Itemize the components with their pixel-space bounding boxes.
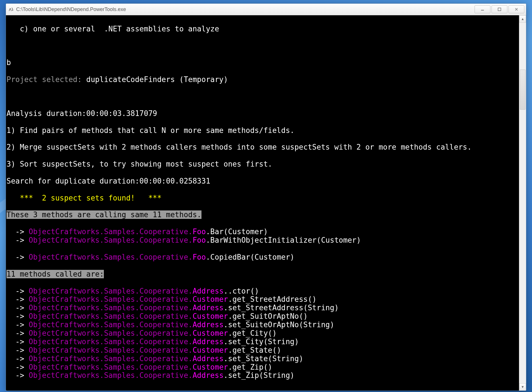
console-window: C:\Tools\Lib\NDepend\NDepend.PowerTools.… (6, 3, 526, 391)
type-name: Customer (192, 295, 228, 303)
close-button[interactable] (509, 5, 524, 13)
type-name: Address (192, 354, 224, 363)
member-name: .get_City() (228, 329, 277, 337)
type-name: Address (192, 303, 224, 312)
namespace: ObjectCraftworks.Samples.Cooperative. (29, 227, 192, 236)
namespace: ObjectCraftworks.Samples.Cooperative. (29, 337, 192, 346)
method-line: -> ObjectCraftworks.Samples.Cooperative.… (7, 228, 518, 236)
method-line: -> ObjectCraftworks.Samples.Cooperative.… (7, 371, 518, 380)
type-name: Customer (192, 312, 228, 320)
method-line: -> ObjectCraftworks.Samples.Cooperative.… (7, 287, 518, 296)
app-icon (8, 7, 14, 12)
method-line: -> ObjectCraftworks.Samples.Cooperative.… (7, 253, 518, 262)
step-3: 3) Sort suspectSets, to try showing most… (7, 160, 518, 169)
arrow-indicator: -> (7, 312, 29, 320)
arrow-indicator: -> (7, 337, 29, 346)
namespace: ObjectCraftworks.Samples.Cooperative. (29, 371, 192, 380)
type-name: Customer (192, 346, 228, 354)
arrow-indicator: -> (7, 227, 29, 236)
project-label: Project selected: (7, 75, 82, 84)
namespace: ObjectCraftworks.Samples.Cooperative. (29, 320, 192, 329)
titlebar[interactable]: C:\Tools\Lib\NDepend\NDepend.PowerTools.… (6, 4, 526, 15)
arrow-indicator: -> (7, 346, 29, 354)
namespace: ObjectCraftworks.Samples.Cooperative. (29, 287, 192, 295)
maximize-button[interactable] (492, 5, 507, 13)
arrow-indicator: -> (7, 354, 29, 363)
namespace: ObjectCraftworks.Samples.Cooperative. (29, 303, 192, 312)
svg-point-0 (9, 9, 10, 10)
method-line: -> ObjectCraftworks.Samples.Cooperative.… (7, 304, 518, 312)
svg-point-1 (12, 9, 13, 9)
group-header: These 3 methods are calling same 11 meth… (7, 210, 201, 219)
type-name: Address (192, 337, 224, 346)
scroll-thumb[interactable] (520, 70, 525, 110)
member-name: .set_City(String) (224, 337, 299, 346)
method-line: -> ObjectCraftworks.Samples.Cooperative.… (7, 312, 518, 321)
arrow-indicator: -> (7, 371, 29, 380)
member-name: .set_SuiteOrAptNo(String) (224, 320, 334, 329)
method-line: -> ObjectCraftworks.Samples.Cooperative.… (7, 329, 518, 338)
type-name: Foo (192, 236, 206, 244)
arrow-indicator: -> (7, 329, 29, 337)
member-name: .set_State(String) (224, 354, 303, 363)
member-name: ..ctor() (224, 287, 259, 295)
svg-rect-3 (498, 8, 501, 11)
method-line: -> ObjectCraftworks.Samples.Cooperative.… (7, 236, 518, 245)
arrow-indicator: -> (7, 236, 29, 244)
namespace: ObjectCraftworks.Samples.Cooperative. (29, 312, 192, 320)
member-name: .set_StreetAddress(String) (224, 303, 339, 312)
type-name: Address (192, 371, 224, 380)
member-name: .set_Zip(String) (224, 371, 294, 380)
namespace: ObjectCraftworks.Samples.Cooperative. (29, 253, 192, 261)
found-banner: *** 2 suspect sets found! *** (7, 194, 518, 203)
method-line: -> ObjectCraftworks.Samples.Cooperative.… (7, 321, 518, 329)
step-2: 2) Merge suspectSets with 2 methods call… (7, 143, 518, 152)
arrow-indicator: -> (7, 320, 29, 329)
called-header: 11 methods called are: (7, 270, 104, 278)
method-line: -> ObjectCraftworks.Samples.Cooperative.… (7, 338, 518, 346)
window-title: C:\Tools\Lib\NDepend\NDepend.PowerTools.… (16, 7, 475, 12)
type-name: Address (192, 287, 224, 295)
member-name: .get_Zip() (228, 363, 273, 371)
method-line: -> ObjectCraftworks.Samples.Cooperative.… (7, 355, 518, 363)
member-name: .get_SuitOrAptNo() (228, 312, 308, 320)
analysis-duration: Analysis duration:00:00:03.3817079 (7, 109, 518, 118)
type-name: Customer (192, 329, 228, 337)
method-line: -> ObjectCraftworks.Samples.Cooperative.… (7, 346, 518, 355)
project-value: duplicateCodeFinders (Temporary) (82, 75, 228, 84)
type-name: Customer (192, 363, 228, 371)
member-name: .get_StreetAddress() (228, 295, 317, 303)
minimize-button[interactable] (475, 5, 490, 13)
member-name: .get_State() (228, 346, 281, 354)
step-1: 1) Find pairs of methods that call N or … (7, 126, 518, 135)
arrow-indicator: -> (7, 287, 29, 295)
namespace: ObjectCraftworks.Samples.Cooperative. (29, 329, 192, 337)
arrow-indicator: -> (7, 295, 29, 303)
namespace: ObjectCraftworks.Samples.Cooperative. (29, 354, 192, 363)
svg-rect-2 (481, 10, 484, 10)
console-output: c) one or several .NET assemblies to ana… (6, 15, 519, 391)
vertical-scrollbar[interactable]: ▲ ▼ (519, 15, 526, 391)
window-controls (475, 5, 524, 13)
search-duration: Search for duplicate duration:00:00:00.0… (7, 177, 518, 186)
namespace: ObjectCraftworks.Samples.Cooperative. (29, 236, 192, 244)
arrow-indicator: -> (7, 303, 29, 312)
method-line: -> ObjectCraftworks.Samples.Cooperative.… (7, 295, 518, 304)
namespace: ObjectCraftworks.Samples.Cooperative. (29, 346, 192, 354)
member-name: .BarWithObjectInitializer(Customer) (206, 236, 361, 244)
type-name: Foo (192, 253, 206, 261)
arrow-indicator: -> (7, 363, 29, 371)
member-name: .Bar(Customer) (206, 227, 268, 236)
arrow-indicator: -> (7, 253, 29, 261)
type-name: Foo (192, 227, 206, 236)
scroll-up-button[interactable]: ▲ (519, 15, 526, 23)
namespace: ObjectCraftworks.Samples.Cooperative. (29, 363, 192, 371)
scroll-down-button[interactable]: ▼ (519, 383, 526, 391)
member-name: .CopiedBar(Customer) (206, 253, 294, 261)
method-line: -> ObjectCraftworks.Samples.Cooperative.… (7, 363, 518, 372)
type-name: Address (192, 320, 224, 329)
option-line: c) one or several .NET assemblies to ana… (7, 25, 518, 33)
namespace: ObjectCraftworks.Samples.Cooperative. (29, 295, 192, 303)
user-input: b (7, 59, 518, 67)
